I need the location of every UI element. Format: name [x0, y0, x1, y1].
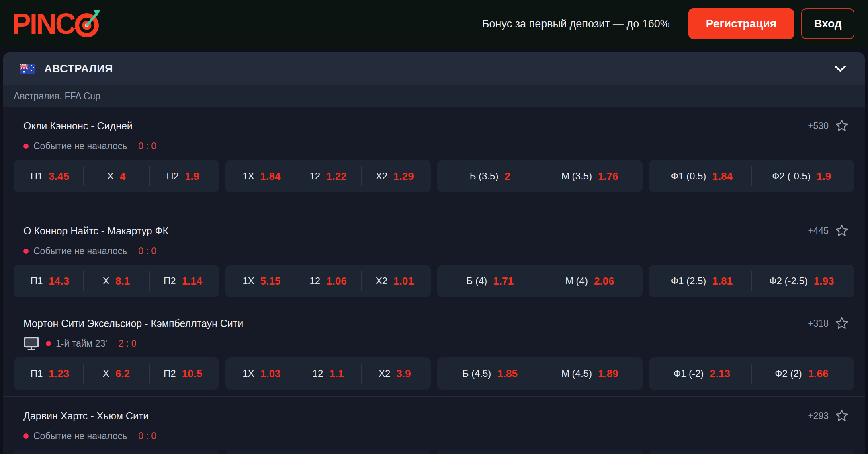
odds-cell[interactable]: Б (4.5)1.85 [440, 357, 540, 390]
odds-cell[interactable]: Б (5.5)1.73 [440, 450, 540, 454]
odds-value: 2 [504, 170, 510, 183]
odds-cell[interactable]: 121.1 [295, 357, 361, 390]
odds-value: 4 [120, 170, 125, 183]
odds-cell[interactable]: Ф2 (-0.5)1.9 [752, 160, 852, 192]
odds-value: 1.89 [598, 368, 618, 380]
match-status: Событие не началось [33, 431, 127, 442]
odds-label: 1Х [242, 275, 254, 287]
odds-label: Ф2 (-0.5) [772, 171, 811, 182]
odds-cell[interactable]: 121.06 [295, 265, 361, 297]
match-title[interactable]: Дарвин Хартс - Хьюм Сити [23, 410, 149, 422]
pinco-logo[interactable]: PINC [12, 7, 102, 40]
odds-group: Ф1 (0.5)1.84Ф2 (-0.5)1.9 [649, 160, 854, 192]
country-header[interactable]: АВСТРАЛИЯ [3, 52, 865, 85]
match-meta: +318 [808, 316, 849, 330]
odds-cell[interactable]: Ф1 (0.5)1.84 [652, 160, 751, 192]
odds-cell[interactable]: Б (3.5)2 [440, 160, 540, 192]
match-title[interactable]: Мортон Сити Эксельсиор - Кэмпбеллтаун Си… [23, 318, 243, 329]
odds-cell[interactable]: 1Х1.03 [229, 357, 295, 390]
match-title-row: Дарвин Хартс - Хьюм Сити +293 [14, 409, 854, 423]
match-row[interactable]: О Коннор Найтс - Макартур ФК +445 Событи… [3, 212, 865, 304]
odds-cell[interactable]: П13.45 [17, 160, 83, 192]
star-icon[interactable] [835, 409, 849, 423]
match-meta: +530 [808, 119, 849, 133]
match-status-row: Событие не началось 0 : 0 [14, 245, 854, 257]
odds-value: 1.06 [326, 275, 347, 288]
odds-value: 1.76 [598, 170, 618, 183]
match-list: Окли Кэннонс - Сидней +530 Событие не на… [3, 119, 865, 454]
markets-count[interactable]: +318 [808, 318, 829, 329]
odds-cell[interactable]: П210.5 [150, 357, 216, 390]
markets-count[interactable]: +293 [808, 411, 829, 421]
odds-cell[interactable]: Х21.29 [362, 160, 428, 192]
match-title[interactable]: Окли Кэннонс - Сидней [23, 120, 133, 132]
odds-value: 2.06 [594, 275, 614, 288]
odds-cell[interactable]: М (4.5)1.89 [540, 357, 640, 390]
odds-cell[interactable]: undefined [229, 450, 295, 454]
odds-cell[interactable]: Х6.2 [84, 357, 149, 390]
odds-label: Ф1 (0.5) [671, 171, 706, 182]
login-button[interactable]: Вход [801, 8, 854, 39]
odds-cell[interactable]: М (5.5)1.99 [540, 450, 640, 454]
odds-group: Ф1 (-2)2.13Ф2 (2)1.66 [649, 357, 854, 390]
odds-cell[interactable]: undefined [362, 450, 428, 454]
odds-value: 1.9 [817, 170, 831, 183]
odds-group: 1Х1.03121.1Х23.9 [225, 357, 431, 390]
odds-cell[interactable]: Х21.01 [362, 265, 428, 297]
country-section: АВСТРАЛИЯ Австралия. FFA Cup Окли Кэннон… [3, 52, 865, 454]
star-icon[interactable] [835, 224, 849, 238]
odds-label: 12 [313, 368, 323, 379]
odds-value: 1.84 [712, 170, 733, 183]
logo-text: PINC [12, 9, 74, 39]
odds-cell[interactable]: undefined [17, 450, 83, 454]
odds-cell[interactable]: 121.22 [295, 160, 361, 192]
odds-cell[interactable]: М (4)2.06 [540, 265, 640, 297]
odds-cell[interactable]: Х23.9 [362, 357, 428, 390]
odds-value: 1.1 [329, 368, 344, 380]
odds-cell[interactable]: Ф1 (2.5)1.81 [652, 265, 751, 297]
odds-cell[interactable]: П21.9 [150, 160, 216, 192]
odds-label: Ф1 (-2) [674, 368, 704, 379]
markets-count[interactable]: +445 [808, 226, 829, 236]
register-button[interactable]: Регистрация [688, 8, 794, 39]
odds-cell[interactable]: Ф1 (-2)2.13 [652, 357, 751, 390]
odds-value: 1.84 [260, 170, 281, 183]
match-row[interactable]: Мортон Сити Эксельсиор - Кэмпбеллтаун Си… [3, 304, 865, 396]
odds-value: 8.1 [115, 275, 130, 288]
match-row[interactable]: Дарвин Хартс - Хьюм Сити +293 Событие не… [3, 396, 865, 454]
odds-cell[interactable]: П21.92 [150, 450, 216, 454]
odds-cell[interactable]: 1Х1.84 [229, 160, 295, 192]
odds-row: П114.3Х8.1П21.141Х5.15121.06Х21.01Б (4)1… [14, 265, 854, 297]
odds-cell[interactable]: П11.23 [17, 357, 83, 390]
odds-cell[interactable]: 1Х5.15 [229, 265, 295, 297]
odds-cell[interactable]: Х4 [84, 160, 149, 192]
match-row[interactable]: Окли Кэннонс - Сидней +530 Событие не на… [3, 119, 865, 212]
markets-count[interactable]: +530 [808, 121, 829, 131]
odds-cell[interactable]: Ф2 (-2.5)1.93 [752, 265, 852, 297]
odds-cell[interactable]: П21.14 [150, 265, 216, 297]
odds-label: Х [103, 368, 109, 379]
bonus-text: Бонус за первый депозит — до 160% [482, 18, 670, 30]
odds-group: undefinedundefinedП21.92 [14, 450, 219, 454]
odds-cell[interactable]: Х8.1 [84, 265, 149, 297]
odds-cell[interactable]: 121.91 [295, 450, 361, 454]
odds-row: П11.23Х6.2П210.51Х1.03121.1Х23.9Б (4.5)1… [14, 357, 854, 390]
odds-cell[interactable]: undefined [84, 450, 149, 454]
chevron-down-icon[interactable] [833, 65, 847, 73]
odds-cell[interactable]: П114.3 [17, 265, 83, 297]
live-dot-icon [23, 144, 29, 149]
odds-cell[interactable]: М (3.5)1.76 [540, 160, 640, 192]
odds-cell[interactable]: Ф1 (5)1.77 [652, 450, 751, 454]
odds-value: 5.15 [260, 275, 281, 288]
match-title[interactable]: О Коннор Найтс - Макартур ФК [23, 225, 168, 237]
odds-group: П11.23Х6.2П210.5 [14, 357, 219, 390]
match-title-row: Мортон Сити Эксельсиор - Кэмпбеллтаун Си… [14, 316, 854, 330]
star-icon[interactable] [835, 316, 849, 330]
odds-cell[interactable]: Ф2 (-5)1.94 [752, 450, 852, 454]
match-status: Событие не началось [33, 246, 127, 257]
odds-cell[interactable]: Б (4)1.71 [440, 265, 540, 297]
star-icon[interactable] [835, 119, 849, 133]
odds-value: 1.9 [185, 170, 199, 183]
odds-cell[interactable]: Ф2 (2)1.66 [752, 357, 852, 390]
match-meta: +445 [808, 224, 849, 238]
